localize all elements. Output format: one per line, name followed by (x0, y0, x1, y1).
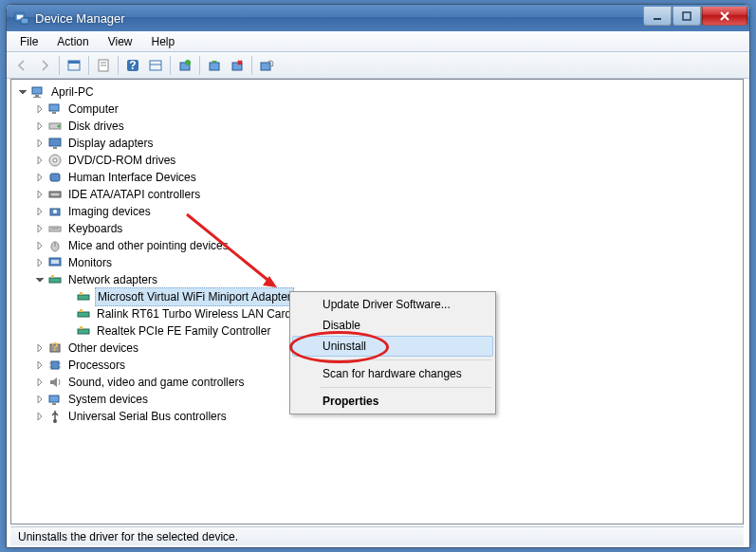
expander-icon[interactable] (34, 257, 46, 268)
tree-category-label: Other devices (66, 340, 140, 357)
expander-none (63, 325, 74, 337)
svg-point-15 (185, 60, 191, 65)
context-menu-item[interactable]: Scan for hardware changes (292, 363, 493, 384)
svg-rect-29 (53, 147, 57, 149)
titlebar[interactable]: Device Manager (7, 5, 749, 31)
properties-button[interactable] (92, 54, 115, 77)
monitor-icon (47, 255, 63, 270)
svg-point-60 (53, 419, 57, 423)
svg-rect-45 (78, 295, 89, 300)
device-manager-icon (14, 10, 29, 26)
statusbar: Uninstalls the driver for the selected d… (10, 526, 744, 545)
expander-icon[interactable] (34, 411, 46, 422)
other-icon: ? (47, 340, 63, 356)
enable-button[interactable] (203, 54, 226, 77)
expander-icon[interactable] (34, 359, 46, 371)
tree-category-label: IDE ATA/ATAPI controllers (66, 186, 202, 203)
tree-root[interactable]: April-PC (15, 83, 743, 101)
imaging-icon (47, 204, 63, 219)
tree-category[interactable]: Display adapters (15, 135, 743, 152)
dvd-icon (47, 153, 63, 168)
svg-rect-58 (49, 396, 59, 402)
tree-category-label: Disk drives (66, 118, 126, 135)
menu-view[interactable]: View (99, 33, 142, 50)
expander-icon[interactable] (34, 274, 46, 285)
tree-category[interactable]: Disk drives (15, 118, 743, 135)
expander-icon[interactable] (34, 155, 46, 166)
maximize-button[interactable] (673, 7, 701, 26)
tree-category[interactable]: Keyboards (15, 220, 743, 237)
netadapter-icon (76, 323, 91, 339)
tree-category[interactable]: DVD/CD-ROM drives (15, 152, 743, 169)
svg-rect-42 (51, 260, 59, 264)
expander-icon[interactable] (34, 138, 46, 149)
expander-icon[interactable] (34, 206, 46, 217)
tree-category[interactable]: Mice and other pointing devices (15, 237, 743, 254)
svg-rect-6 (68, 61, 80, 64)
help-button[interactable]: ? (121, 54, 144, 77)
tree-category-label: Display adapters (66, 135, 155, 152)
tree-category[interactable]: Monitors (15, 254, 743, 271)
hid-icon (47, 170, 63, 185)
expander-icon[interactable] (34, 120, 46, 132)
system-icon (47, 392, 63, 407)
tree-category-label: Imaging devices (66, 203, 153, 220)
svg-rect-32 (50, 174, 60, 181)
expander-icon[interactable] (34, 172, 46, 183)
menu-file[interactable]: File (10, 33, 47, 50)
svg-rect-3 (654, 18, 661, 20)
svg-rect-46 (80, 292, 83, 295)
usb-icon (47, 409, 63, 424)
tree-category-label: Processors (66, 357, 127, 374)
context-menu-item[interactable]: Update Driver Software... (292, 294, 493, 315)
tree-category-label: Monitors (66, 254, 114, 271)
minimize-button[interactable] (643, 7, 672, 26)
context-menu-item[interactable]: Uninstall (292, 336, 493, 357)
close-button[interactable] (702, 7, 747, 26)
expander-icon[interactable] (34, 394, 46, 405)
netadapter-icon (76, 306, 91, 322)
tree-category[interactable]: IDE ATA/ATAPI controllers (15, 186, 743, 203)
tree-category-label: Computer (66, 101, 120, 118)
svg-rect-44 (51, 275, 54, 278)
menu-action[interactable]: Action (47, 33, 98, 50)
svg-rect-50 (80, 326, 83, 329)
expander-icon[interactable] (34, 103, 46, 115)
expander-icon[interactable] (17, 86, 28, 98)
svg-rect-59 (52, 403, 56, 405)
context-menu-item[interactable]: Properties (292, 391, 493, 412)
svg-rect-49 (78, 329, 89, 334)
uninstall-button[interactable] (226, 54, 249, 77)
mouse-icon (47, 238, 63, 253)
context-menu-separator (321, 387, 491, 388)
svg-rect-25 (52, 112, 56, 114)
tree-category[interactable]: Computer (15, 101, 743, 118)
expander-icon[interactable] (34, 240, 46, 251)
expander-icon[interactable] (34, 377, 46, 388)
expander-icon[interactable] (34, 342, 46, 354)
context-menu: Update Driver Software...DisableUninstal… (289, 291, 496, 414)
scan-hardware-button[interactable] (255, 54, 278, 77)
show-hidden-button[interactable] (63, 54, 85, 77)
tree-category-label: Keyboards (66, 220, 124, 237)
menu-help[interactable]: Help (142, 33, 185, 50)
pc-icon (30, 84, 46, 100)
update-driver-button[interactable] (174, 54, 196, 77)
keyboard-icon (47, 221, 63, 236)
expander-icon[interactable] (34, 223, 46, 234)
tree-category[interactable]: Network adapters (15, 271, 743, 288)
tree-device-label: Microsoft Virtual WiFi Miniport Adapter (95, 287, 294, 306)
back-button[interactable] (10, 54, 33, 77)
context-menu-item[interactable]: Disable (292, 315, 493, 336)
svg-text:?: ? (51, 340, 58, 354)
svg-rect-53 (51, 361, 59, 369)
tree-category[interactable]: Human Interface Devices (15, 169, 743, 186)
tree-category[interactable]: Imaging devices (15, 203, 743, 220)
expander-icon[interactable] (34, 189, 46, 200)
svg-rect-28 (49, 138, 61, 146)
forward-button[interactable] (33, 54, 56, 77)
organize-button[interactable] (144, 54, 167, 77)
svg-rect-43 (49, 278, 61, 283)
tree-device-label: Realtek PCIe FE Family Controller (95, 322, 272, 340)
toolbar: ? (7, 52, 749, 79)
